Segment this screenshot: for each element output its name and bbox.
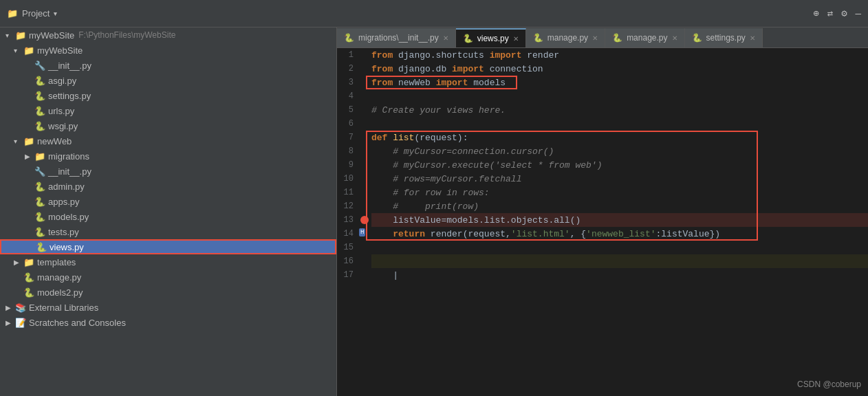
code-text: render(request, — [431, 229, 511, 239]
tab-close-icon[interactable]: ✕ — [750, 34, 755, 42]
split-icon[interactable]: ⇄ — [827, 8, 833, 19]
sidebar-item-migrations[interactable]: ▶ 📁 migrations — [0, 148, 336, 164]
code-text: listValue=models.list.objects.all() — [371, 215, 581, 226]
tab-migrations-init[interactable]: 🐍 migrations\__init__.py ✕ — [337, 28, 456, 47]
keyword-return: return — [371, 229, 431, 239]
code-editor[interactable]: 1 2 3 4 5 6 7 8 9 10 11 12 13 14 15 16 1 — [337, 48, 868, 396]
py-icon: 🐍 — [34, 197, 45, 207]
sidebar: ▾ 📁 myWebSite F:\PythonFiles\myWebSite ▾… — [0, 28, 337, 396]
code-area: 1 2 3 4 5 6 7 8 9 10 11 12 13 14 15 16 1 — [337, 48, 868, 396]
sidebar-item-models[interactable]: 🐍 models.py — [0, 209, 336, 224]
keyword-import: import — [490, 50, 528, 60]
line-num-8: 8 — [337, 144, 359, 158]
sidebar-item-admin[interactable]: 🐍 admin.py — [0, 179, 336, 194]
folder-icon: 📁 — [23, 257, 34, 267]
code-line-5: # Create your views here. — [371, 103, 868, 117]
comment-text: # rows=myCursor.fetchall — [371, 174, 521, 184]
tab-label: settings.py — [706, 33, 746, 43]
code-text: render — [527, 50, 559, 60]
tab-close-icon[interactable]: ✕ — [513, 35, 519, 43]
project-root[interactable]: ▾ 📁 myWebSite F:\PythonFiles\myWebSite — [0, 28, 336, 43]
arrow-icon — [14, 274, 23, 281]
tab-manage-1[interactable]: 🐍 manage.py ✕ — [526, 28, 605, 47]
code-line-7: def list(request): — [371, 131, 868, 144]
sidebar-item-label: myWebSite — [37, 45, 83, 56]
arrow-icon: ▾ — [14, 138, 23, 145]
sidebar-item-label: models.py — [48, 212, 89, 222]
arrow-icon: ▾ — [6, 32, 15, 39]
sidebar-item-views[interactable]: 🐍 views.py — [0, 239, 336, 254]
sidebar-item-asgi[interactable]: 🐍 asgi.py — [0, 73, 336, 88]
keyword-def: def — [371, 133, 393, 143]
line-num-17: 17 — [337, 268, 359, 282]
project-root-label: myWebSite — [29, 30, 74, 41]
sidebar-item-label: Scratches and Consoles — [29, 318, 126, 328]
dropdown-icon[interactable]: ▾ — [52, 8, 58, 19]
py-icon: 🐍 — [36, 242, 47, 252]
tab-icon: 🐍 — [612, 33, 622, 43]
code-text: newWeb — [398, 78, 436, 88]
comment-text: # print(row) — [371, 201, 479, 212]
sidebar-item-external-libraries[interactable]: ▶ 📚 External Libraries — [0, 300, 336, 315]
line-num-10: 10 — [337, 172, 359, 186]
project-title: Project — [22, 8, 50, 19]
globe-icon[interactable]: ⊕ — [813, 8, 818, 19]
tab-icon: 🐍 — [692, 33, 702, 43]
tab-settings[interactable]: 🐍 settings.py ✕ — [685, 28, 763, 47]
tab-close-icon[interactable]: ✕ — [443, 34, 448, 42]
sidebar-item-urls[interactable]: 🐍 urls.py — [0, 103, 336, 118]
sidebar-item-templates[interactable]: ▶ 📁 templates — [0, 254, 336, 270]
sidebar-item-models2[interactable]: 🐍 models2.py — [0, 285, 336, 300]
sidebar-item-wsgi[interactable]: 🐍 wsgi.py — [0, 118, 336, 133]
comment-text: # myCursor.execute('select * from web') — [371, 160, 602, 170]
line-num-6: 6 — [337, 117, 359, 131]
code-line-16 — [371, 254, 868, 268]
sidebar-item-label: apps.py — [48, 197, 80, 207]
code-line-10: # rows=myCursor.fetchall — [371, 172, 868, 186]
arrow-icon — [25, 228, 34, 236]
arrow-icon: ▶ — [6, 319, 15, 327]
tab-icon: 🐍 — [344, 33, 354, 43]
sidebar-item-label: External Libraries — [29, 302, 98, 313]
top-bar: 📁 Project ▾ ⊕ ⇄ ⚙ — — [0, 0, 868, 28]
line-num-3: 3 — [337, 76, 359, 89]
string-text: 'newweb_list' — [586, 229, 655, 239]
sidebar-item-tests[interactable]: 🐍 tests.py — [0, 224, 336, 239]
func-name: list — [393, 133, 414, 143]
tab-label: views.py — [477, 34, 509, 43]
sidebar-item-label: models2.py — [37, 287, 83, 298]
keyword-import: import — [436, 78, 474, 88]
sidebar-item-newweb-folder[interactable]: ▾ 📁 newWeb — [0, 133, 336, 148]
sidebar-item-scratches[interactable]: ▶ 📝 Scratches and Consoles — [0, 315, 336, 330]
sidebar-item-label: settings.py — [48, 91, 91, 101]
code-text: django.db — [398, 64, 452, 74]
tab-close-icon[interactable]: ✕ — [672, 34, 677, 42]
line-num-2: 2 — [337, 62, 359, 76]
sidebar-item-init-2[interactable]: 🔧 __init__.py — [0, 164, 336, 179]
sidebar-item-label: urls.py — [48, 106, 74, 116]
minimize-icon[interactable]: — — [856, 8, 861, 19]
code-line-13: listValue=models.list.objects.all() — [371, 213, 868, 227]
py-icon: 🐍 — [34, 121, 45, 131]
py-icon: 🐍 — [23, 287, 34, 298]
code-line-9: # myCursor.execute('select * from web') — [371, 158, 868, 172]
sidebar-item-label: admin.py — [48, 182, 85, 192]
sidebar-item-label: wsgi.py — [48, 121, 78, 131]
sidebar-item-apps[interactable]: 🐍 apps.py — [0, 194, 336, 209]
comment-text: # myCursor=connection.cursor() — [371, 146, 554, 157]
sidebar-item-init-1[interactable]: 🔧 __init__.py — [0, 58, 336, 73]
sidebar-item-mywebsite-folder[interactable]: ▾ 📁 myWebSite — [0, 43, 336, 58]
sidebar-item-settings[interactable]: 🐍 settings.py — [0, 88, 336, 103]
tab-manage-2[interactable]: 🐍 manage.py ✕ — [605, 28, 684, 47]
code-text: :listValue}) — [656, 229, 721, 239]
arrow-icon: ▶ — [14, 258, 23, 266]
sidebar-item-manage[interactable]: 🐍 manage.py — [0, 270, 336, 285]
py-icon: 🐍 — [34, 106, 45, 116]
tab-close-icon[interactable]: ✕ — [592, 34, 598, 42]
settings-icon[interactable]: ⚙ — [841, 8, 847, 19]
arrow-icon — [25, 62, 34, 69]
tab-views[interactable]: 🐍 views.py ✕ — [456, 28, 526, 47]
code-line-4 — [371, 89, 868, 103]
arrow-icon — [25, 107, 34, 115]
folder-icon: 📁 — [15, 30, 26, 41]
